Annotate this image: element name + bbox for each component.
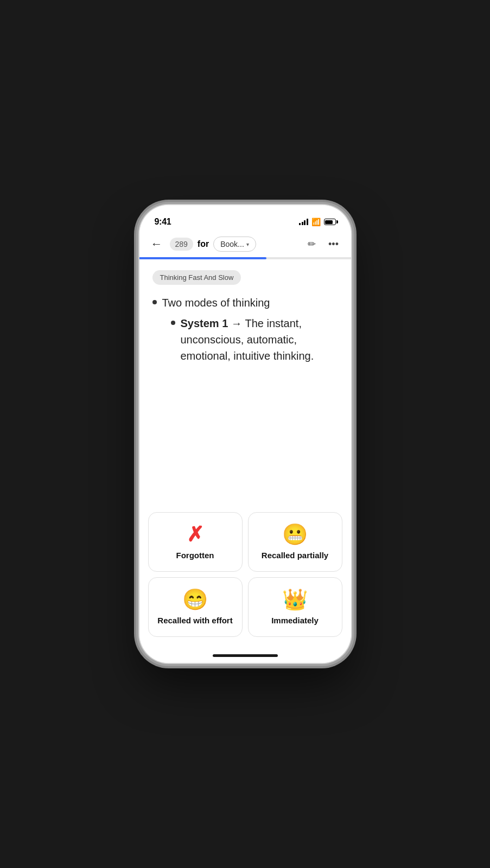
x-mark-icon: ✗ [187, 524, 204, 545]
more-icon: ••• [328, 239, 339, 250]
more-button[interactable]: ••• [325, 235, 342, 253]
crown-emoji-icon: 👑 [282, 589, 308, 610]
card-content: Thinking Fast And Slow Two modes of thin… [139, 259, 351, 506]
answer-grid: ✗ Forgotten 😬 Recalled partially 😁 Recal… [139, 506, 351, 648]
edit-icon: ✏ [308, 238, 316, 250]
book-tag: Thinking Fast And Slow [152, 270, 241, 285]
recalled-partially-label: Recalled partially [262, 550, 328, 561]
book-dropdown-text: Book... [220, 240, 244, 248]
home-indicator [139, 648, 351, 663]
forgotten-label: Forgotten [176, 550, 214, 561]
immediately-button[interactable]: 👑 Immediately [248, 577, 342, 637]
recalled-with-effort-button[interactable]: 😁 Recalled with effort [148, 577, 243, 637]
status-bar: 9:41 📶 [139, 205, 351, 231]
edit-button[interactable]: ✏ [303, 235, 321, 253]
book-dropdown[interactable]: Book... ▾ [213, 237, 256, 252]
nav-bar: ← 289 for Book... ▾ ✏ ••• [139, 231, 351, 257]
phone-frame: 9:41 📶 ← 289 for Book... ▾ ✏ [139, 205, 351, 663]
status-time: 9:41 [155, 217, 171, 227]
recalled-with-effort-label: Recalled with effort [157, 615, 232, 626]
bullet-text-1: Two modes of thinking System 1 → The ins… [162, 295, 338, 368]
immediately-label: Immediately [271, 615, 319, 626]
wifi-icon: 📶 [311, 218, 321, 226]
for-label: for [198, 239, 209, 249]
bullet-item-1: Two modes of thinking System 1 → The ins… [152, 295, 338, 368]
chevron-down-icon: ▾ [246, 241, 249, 247]
recalled-partially-button[interactable]: 😬 Recalled partially [248, 512, 342, 572]
sub-bullet-list: System 1 → The instant, unconscious, aut… [162, 315, 338, 364]
home-bar [213, 654, 278, 657]
back-arrow-icon: ← [151, 238, 163, 250]
signal-icon [299, 219, 308, 225]
grimace-emoji-icon: 😬 [282, 524, 308, 545]
status-icons: 📶 [299, 218, 336, 226]
grin-emoji-icon: 😁 [182, 589, 208, 610]
card-count-badge: 289 [170, 238, 193, 251]
bullet-dot [152, 300, 157, 304]
sub-bullet-text-1: System 1 → The instant, unconscious, aut… [181, 315, 338, 364]
system1-bold: System 1 → [181, 317, 245, 329]
flashcard-bullet-list: Two modes of thinking System 1 → The ins… [152, 295, 338, 368]
sub-bullet-item-1: System 1 → The instant, unconscious, aut… [162, 315, 338, 364]
forgotten-button[interactable]: ✗ Forgotten [148, 512, 243, 572]
sub-bullet-dot [171, 321, 175, 325]
back-button[interactable]: ← [148, 235, 166, 253]
battery-icon [324, 219, 336, 225]
